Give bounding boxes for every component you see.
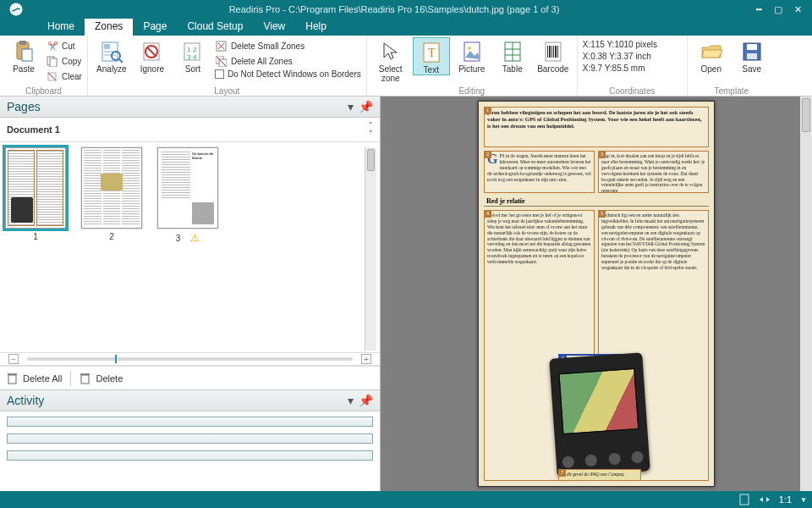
sort-icon: 1234: [180, 39, 206, 64]
titlebar: Readiris Pro - C:\Program Files\Readiris…: [0, 0, 812, 19]
paste-icon: [11, 39, 36, 64]
folder-open-icon: [699, 39, 724, 64]
no-detect-windows-checkbox[interactable]: Do Not Detect Windows on Borders: [215, 69, 361, 79]
activity-pane: Activity ▾ 📌: [0, 389, 380, 491]
barcode-zone-button[interactable]: Barcode: [535, 37, 572, 74]
svg-line-13: [119, 59, 123, 63]
table-zone-button[interactable]: Table: [494, 37, 531, 74]
fit-width-icon[interactable]: [759, 494, 771, 505]
document-label[interactable]: Document 1 ˄˅: [0, 118, 380, 142]
delete-all-icon: [215, 55, 228, 68]
pin-icon[interactable]: 📌: [359, 100, 373, 113]
clipboard-group-label: Clipboard: [5, 86, 82, 96]
delete-page-button[interactable]: Delete: [80, 373, 123, 384]
progress-bar: [7, 433, 373, 444]
progress-bar: [7, 417, 373, 427]
picture-zone-button[interactable]: Picture: [453, 37, 491, 74]
ribbon-group-clipboard: Paste ✂️Cut Copy Clear Clipboard: [0, 36, 88, 96]
page-thumb-3[interactable]: Un besoin de liberté 3 ⚠: [157, 147, 218, 244]
ribbon-tabs: Home Zones Page Cloud Setup View Help: [0, 19, 812, 36]
text-icon: T: [419, 40, 444, 65]
pages-title: Pages: [7, 100, 41, 113]
page-delete-bar: Delete All Delete: [0, 366, 380, 389]
table-icon: [500, 39, 525, 64]
cut-button[interactable]: ✂️Cut: [46, 39, 82, 53]
svg-text:3: 3: [187, 53, 191, 61]
preview-area[interactable]: 1 jaren hebben vliegtuigen en schepen he…: [381, 97, 812, 491]
copy-icon: [46, 55, 58, 68]
activity-body: [0, 411, 380, 491]
template-save-button[interactable]: Save: [733, 37, 771, 74]
analyze-icon: [99, 39, 124, 64]
cursor-icon: [378, 39, 403, 64]
thumb-zoom-slider[interactable]: − +: [0, 352, 380, 366]
page-thumb-1[interactable]: 1: [5, 147, 66, 241]
ignore-button[interactable]: Ignore: [134, 37, 171, 74]
clear-button[interactable]: Clear: [46, 69, 82, 84]
thumb-number: 3: [176, 234, 181, 243]
coordinates-readout: X:115 Y:1010 pixels X:0.38 Y:3.37 inch X…: [583, 37, 657, 75]
editing-group-label: Editing: [372, 86, 572, 96]
template-open-button[interactable]: Open: [693, 37, 730, 74]
ignore-icon: [140, 39, 165, 64]
fit-page-icon[interactable]: [738, 494, 750, 505]
page-thumb-2[interactable]: 2: [81, 147, 142, 241]
zoom-dropdown-icon[interactable]: ▼: [800, 496, 807, 504]
activity-pane-header: Activity ▾ 📌: [0, 390, 380, 411]
text-zone-button[interactable]: TText: [413, 37, 450, 75]
pin-icon[interactable]: 📌: [359, 394, 373, 407]
delete-all-pages-button[interactable]: Delete All: [7, 373, 62, 384]
window-title: Readiris Pro - C:\Program Files\Readiris…: [32, 4, 756, 14]
svg-text:2: 2: [193, 46, 197, 53]
zone-text[interactable]: 2GPS in de wagen. Steeds meer mensen ler…: [484, 151, 595, 193]
delete-small-zones-button[interactable]: Delete Small Zones: [215, 39, 361, 53]
close-button[interactable]: ✕: [794, 4, 802, 15]
select-zone-button[interactable]: Select zone: [372, 37, 409, 83]
svg-text:1: 1: [187, 46, 191, 53]
ribbon-group-editing: Select zone TText Picture Table Barcode …: [367, 36, 578, 96]
thumbs-scrollbar[interactable]: [365, 147, 376, 351]
picture-icon: [459, 39, 485, 64]
tab-cloud-setup[interactable]: Cloud Setup: [177, 19, 253, 36]
zone-headline[interactable]: 1 jaren hebben vliegtuigen en schepen he…: [484, 107, 709, 147]
dropdown-icon[interactable]: ▾: [348, 100, 354, 113]
svg-rect-44: [747, 44, 757, 50]
dropdown-icon[interactable]: ▾: [348, 394, 354, 407]
zoom-in-icon[interactable]: +: [361, 354, 371, 364]
barcode-icon: [540, 39, 566, 64]
ribbon-group-coordinates: X:115 Y:1010 pixels X:0.38 Y:3.37 inch X…: [578, 36, 688, 96]
tab-help[interactable]: Help: [295, 19, 337, 36]
preview-scrollbar[interactable]: [800, 97, 812, 491]
maximize-button[interactable]: ▢: [774, 4, 782, 15]
clear-icon: [46, 70, 58, 83]
trash-icon: [7, 373, 19, 384]
zoom-out-icon[interactable]: −: [8, 354, 19, 364]
svg-text:4: 4: [193, 53, 197, 61]
svg-rect-50: [740, 494, 749, 505]
paste-button[interactable]: Paste: [5, 37, 42, 74]
tab-zones[interactable]: Zones: [85, 19, 133, 36]
svg-rect-47: [8, 373, 17, 375]
tab-page[interactable]: Page: [133, 19, 177, 36]
svg-rect-11: [104, 54, 116, 56]
zone-text[interactable]: 3Stap in, kort draaien aan een knop en j…: [598, 151, 709, 193]
tab-home[interactable]: Home: [37, 19, 85, 36]
progress-bar: [7, 450, 373, 461]
tab-view[interactable]: View: [253, 19, 295, 36]
doc-updown-icon[interactable]: ˄˅: [369, 121, 373, 138]
save-icon: [739, 39, 765, 64]
svg-rect-48: [81, 375, 89, 384]
analyze-button[interactable]: Analyze: [93, 37, 130, 74]
checkbox-icon: [215, 69, 224, 79]
svg-rect-41: [555, 46, 557, 58]
delete-all-zones-button[interactable]: Delete All Zones: [215, 54, 361, 69]
svg-rect-40: [553, 46, 554, 58]
minimize-button[interactable]: ━: [756, 4, 762, 15]
copy-button[interactable]: Copy: [46, 54, 82, 69]
sort-button[interactable]: 1234Sort: [174, 37, 211, 74]
zone-subheading[interactable]: Red je relatie: [484, 196, 709, 207]
pages-pane-header: Pages ▾ 📌: [0, 97, 380, 118]
svg-rect-5: [50, 58, 57, 67]
zone-caption[interactable]: 7In dit geval de iPAQ van Compaq: [558, 469, 641, 481]
svg-rect-38: [549, 46, 551, 58]
